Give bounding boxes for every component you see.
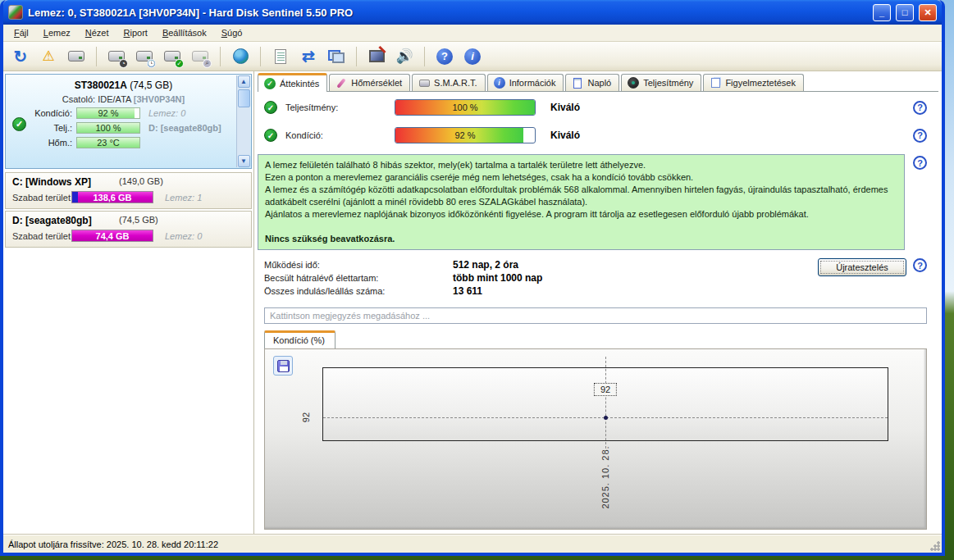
toolbar-separator xyxy=(424,47,425,66)
menu-file[interactable]: Fájl xyxy=(7,25,36,40)
partition-d-header: D: [seagate80gb] (74,5 GB) xyxy=(12,215,244,226)
condition-label: Kondíció: xyxy=(12,108,76,118)
title-bar: Lemez: 0, ST380021A [3HV0P34N] - Hard Di… xyxy=(3,0,942,25)
search-badge-icon: ⌕ xyxy=(203,59,212,68)
condition-rating: Kiváló xyxy=(550,130,580,141)
report-button[interactable] xyxy=(268,45,293,68)
app-window: Lemez: 0, ST380021A [3HV0P34N] - Hard Di… xyxy=(0,0,945,556)
plot-zone: 92 92 2025. 10. 28. xyxy=(322,367,888,441)
network-button[interactable] xyxy=(324,45,349,68)
temperature-label: Hőm.: xyxy=(12,138,76,148)
sync-button[interactable]: ⇄ xyxy=(296,45,321,68)
disk-view-icon xyxy=(68,51,84,61)
message-line: A lemez felületén található 8 hibás szek… xyxy=(265,159,897,171)
disk-view-button[interactable] xyxy=(64,45,89,68)
toolbar-separator xyxy=(220,47,221,66)
remote-monitor-icon xyxy=(369,50,385,62)
sound-button[interactable]: 🔊 xyxy=(392,45,417,68)
tab-information[interactable]: iInformációk xyxy=(487,74,564,91)
info-button[interactable]: i xyxy=(460,45,485,68)
disk-test-button[interactable]: ✓ xyxy=(160,45,185,68)
chart-tab-condition[interactable]: Kondíció (%) xyxy=(264,330,335,348)
disk-summary-panel[interactable]: ST380021A (74,5 GB) Csatoló: IDE/ATA [3H… xyxy=(5,74,252,169)
pages-icon xyxy=(710,77,721,89)
tab-warnings[interactable]: Figyelmeztetések xyxy=(703,74,804,91)
refresh-button[interactable]: ↻ xyxy=(8,45,33,68)
status-bar: Állapot utoljára frissítve: 2025. 10. 28… xyxy=(3,535,942,553)
tab-overview[interactable]: ✓Áttekintés xyxy=(258,73,327,92)
scrollbar-thumb[interactable] xyxy=(238,89,250,107)
tab-temperature[interactable]: Hőmérséklet xyxy=(329,74,410,91)
interface-label: Csatoló: xyxy=(62,94,95,104)
menu-view[interactable]: Nézet xyxy=(78,25,116,40)
minimize-button[interactable]: _ xyxy=(873,4,891,21)
retest-button[interactable]: Újratesztelés xyxy=(818,258,906,276)
gauge-icon xyxy=(628,77,639,89)
performance-metric-row: ✓ Teljesítmény: 100 % Kiváló ? xyxy=(258,95,938,120)
help-icon[interactable]: ? xyxy=(913,101,927,115)
menu-settings[interactable]: Beállítások xyxy=(155,25,214,40)
comment-input[interactable] xyxy=(264,307,927,324)
partition-c-note: Lemez: 1 xyxy=(165,193,202,203)
interface-value: IDE/ATA xyxy=(98,94,131,104)
help-icon[interactable]: ? xyxy=(913,129,927,143)
menu-report[interactable]: Riport xyxy=(116,25,155,40)
resize-grip-icon[interactable] xyxy=(929,540,940,551)
condition-note: Lemez: 0 xyxy=(148,108,185,118)
tab-log[interactable]: Napló xyxy=(565,74,619,91)
stat-value: 512 nap, 2 óra xyxy=(453,259,518,271)
partition-d-note: Lemez: 0 xyxy=(165,231,202,241)
network-disk-button[interactable] xyxy=(228,45,253,68)
data-point xyxy=(604,416,608,420)
partition-c-name: C: [Windows XP] xyxy=(12,176,119,188)
save-floppy-icon xyxy=(277,360,290,372)
help-icon[interactable]: ? xyxy=(913,156,927,170)
partition-d-size: (74,5 GB) xyxy=(119,215,158,226)
disk-search-button[interactable]: ⌕ xyxy=(188,45,212,68)
tab-label: S.M.A.R.T. xyxy=(434,78,477,88)
scroll-up-icon[interactable]: ▲ xyxy=(238,75,250,88)
retest-zone: Újratesztelés ? xyxy=(818,258,927,298)
partition-c-size: (149,0 GB) xyxy=(119,176,163,188)
start-stop-count-row: Összes indulás/leállás száma: 13 611 xyxy=(258,285,818,298)
help-button[interactable]: ? xyxy=(432,45,457,68)
lifetime-stats: Működési idő: 512 nap, 2 óra Becsült hát… xyxy=(258,258,818,298)
maximize-button[interactable]: □ xyxy=(896,4,914,21)
save-chart-button[interactable] xyxy=(273,356,293,376)
sidebar-empty-area xyxy=(3,248,253,535)
y-axis-tick: 92 xyxy=(301,412,311,422)
menu-help[interactable]: Súgó xyxy=(214,25,250,40)
disk-sidebar: ST380021A (74,5 GB) Csatoló: IDE/ATA [3H… xyxy=(3,71,254,535)
tab-performance[interactable]: Teljesítmény xyxy=(621,74,701,91)
disk-history-button[interactable]: 🕒 xyxy=(132,45,157,68)
power-on-time-row: Működési idő: 512 nap, 2 óra xyxy=(258,258,818,271)
plot-area: 92 xyxy=(322,367,888,441)
sidebar-scrollbar[interactable]: ▲ ▼ xyxy=(236,75,250,167)
check-circle-icon: ✓ xyxy=(264,78,276,89)
sync-icon: ⇄ xyxy=(302,47,315,66)
partition-d-name: D: [seagate80gb] xyxy=(12,215,119,226)
tab-smart[interactable]: S.M.A.R.T. xyxy=(412,74,486,91)
scroll-down-icon[interactable]: ▼ xyxy=(238,155,250,167)
close-button[interactable]: ✕ xyxy=(919,4,937,21)
main-area: ST380021A (74,5 GB) Csatoló: IDE/ATA [3H… xyxy=(3,71,942,535)
close-icon: ✕ xyxy=(924,8,931,17)
menu-bar: Fájl Lemez Nézet Riport Beállítások Súgó xyxy=(3,25,942,42)
warning-button[interactable]: ⚠ xyxy=(36,45,61,68)
condition-gradient-bar: 92 % xyxy=(395,127,536,143)
toolbar-separator xyxy=(260,47,261,66)
minimize-icon: _ xyxy=(879,8,884,17)
menu-disk[interactable]: Lemez xyxy=(36,25,78,40)
check-badge-icon: ✓ xyxy=(175,59,184,68)
toolbar-separator xyxy=(96,47,97,66)
tab-label: Hőmérséklet xyxy=(351,78,402,88)
help-icon: ? xyxy=(436,48,453,65)
help-icon[interactable]: ? xyxy=(913,258,927,272)
tab-label: Teljesítmény xyxy=(643,78,693,88)
disk-performance-button[interactable]: ◔ xyxy=(104,45,129,68)
partition-c-panel[interactable]: C: [Windows XP] (149,0 GB) Szabad terüle… xyxy=(5,172,252,209)
tab-label: Információk xyxy=(509,78,556,88)
remote-monitor-button[interactable] xyxy=(364,45,389,68)
tab-label: Figyelmeztetések xyxy=(725,78,796,88)
partition-d-panel[interactable]: D: [seagate80gb] (74,5 GB) Szabad terüle… xyxy=(5,211,252,248)
